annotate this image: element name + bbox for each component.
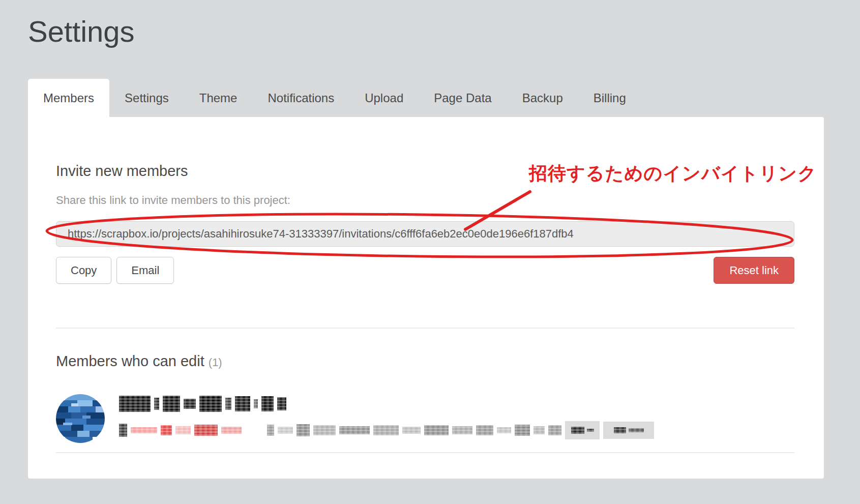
member-count: (1) — [209, 356, 222, 369]
tab-page-data[interactable]: Page Data — [419, 79, 507, 117]
invite-actions: Copy Email Reset link — [56, 257, 794, 284]
email-button[interactable]: Email — [116, 257, 174, 284]
settings-tab-bar: Members Settings Theme Notifications Upl… — [28, 79, 860, 117]
tab-settings[interactable]: Settings — [109, 79, 184, 117]
avatar-mosaic-image — [56, 394, 105, 443]
member-badge-redacted-2 — [603, 422, 654, 439]
annotation-label: 招待するためのインバイトリンク — [529, 163, 817, 184]
tab-backup[interactable]: Backup — [507, 79, 578, 117]
page-title: Settings — [28, 11, 860, 52]
members-heading-text: Members who can edit — [56, 353, 204, 369]
member-avatar[interactable] — [56, 394, 105, 443]
invite-link-input[interactable] — [56, 221, 794, 247]
member-info — [119, 394, 794, 443]
section-divider — [56, 328, 794, 329]
invite-description: Share this link to invite members to thi… — [56, 193, 794, 207]
tab-upload[interactable]: Upload — [349, 79, 419, 117]
member-badge-redacted — [565, 421, 600, 439]
reset-link-button[interactable]: Reset link — [714, 257, 794, 284]
settings-page: Settings Members Settings Theme Notifica… — [0, 11, 860, 479]
tab-billing[interactable]: Billing — [578, 79, 641, 117]
member-row — [56, 394, 794, 453]
tab-members[interactable]: Members — [28, 79, 109, 117]
tab-notifications[interactable]: Notifications — [252, 79, 349, 117]
member-details-redacted — [119, 421, 794, 439]
copy-button[interactable]: Copy — [56, 257, 111, 284]
member-name-redacted — [119, 395, 794, 412]
members-heading: Members who can edit (1) — [56, 352, 794, 372]
tab-theme[interactable]: Theme — [184, 79, 253, 117]
